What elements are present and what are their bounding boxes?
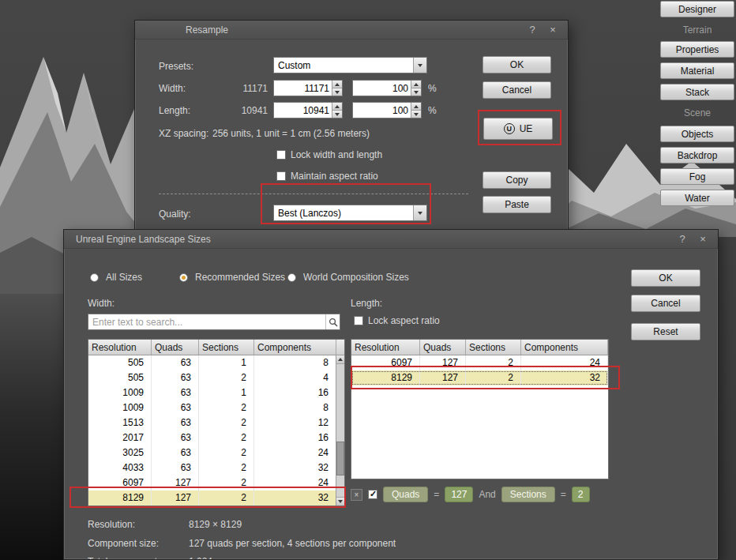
- spinner-arrows[interactable]: [411, 103, 421, 118]
- lock-aspect-ratio-checkbox[interactable]: [354, 316, 363, 325]
- column-header[interactable]: Sections: [466, 340, 521, 355]
- help-icon[interactable]: ?: [522, 24, 543, 36]
- maintain-aspect-checkbox[interactable]: [276, 171, 286, 181]
- reset-button[interactable]: Reset: [631, 323, 700, 340]
- ok-button[interactable]: OK: [483, 56, 551, 73]
- scrollbar-up-icon[interactable]: [336, 355, 344, 364]
- table-row[interactable]: 5056318: [88, 355, 344, 370]
- column-header[interactable]: Resolution: [351, 340, 420, 355]
- filter-value-chip[interactable]: 2: [572, 487, 590, 502]
- landscape-dialog-titlebar[interactable]: Unreal Engine Landscape Sizes ? ×: [64, 230, 718, 249]
- spinner-down-icon[interactable]: [411, 110, 421, 118]
- spinner-up-icon[interactable]: [332, 103, 342, 110]
- table-row[interactable]: 302563224: [88, 445, 344, 460]
- spinner-up-icon[interactable]: [411, 81, 421, 88]
- table-row[interactable]: 5056324: [88, 370, 344, 385]
- clear-filter-button[interactable]: ×: [351, 489, 362, 501]
- table-cell: 16: [254, 430, 336, 445]
- spinner-arrows[interactable]: [411, 81, 421, 96]
- table-cell: 63: [152, 355, 199, 370]
- filter-enabled-checkbox[interactable]: [368, 490, 377, 499]
- spinner-down-icon[interactable]: [332, 88, 342, 96]
- table-cell: 1009: [88, 385, 152, 400]
- table-row[interactable]: 6097127224: [88, 475, 344, 490]
- search-icon[interactable]: [325, 314, 340, 329]
- lock-aspect-ratio-label: Lock aspect ratio: [368, 315, 440, 327]
- table-row[interactable]: 100963116: [88, 385, 344, 400]
- width-sizes-table: Resolution Quads Sections Components 505…: [88, 339, 345, 506]
- table-header: Resolution Quads Sections Components: [88, 340, 344, 355]
- search-input[interactable]: [88, 317, 325, 328]
- column-header[interactable]: Components: [521, 340, 608, 355]
- table-cell: 8129: [351, 370, 420, 385]
- table-cell: 4033: [88, 460, 152, 475]
- scrollbar-thumb[interactable]: [336, 442, 344, 475]
- sidebar-button-water[interactable]: Water: [660, 190, 734, 206]
- filter-field-chip[interactable]: Sections: [501, 487, 555, 502]
- chevron-down-icon[interactable]: [413, 205, 426, 220]
- chevron-down-icon[interactable]: [413, 58, 426, 73]
- table-cell: 1: [199, 385, 254, 400]
- table-row[interactable]: 8129127232: [351, 370, 608, 385]
- sidebar-button-backdrop[interactable]: Backdrop: [660, 147, 734, 163]
- sidebar-button-designer[interactable]: Designer: [660, 1, 734, 17]
- paste-button[interactable]: Paste: [483, 196, 551, 213]
- table-row[interactable]: 151363212: [88, 415, 344, 430]
- column-header[interactable]: Quads: [420, 340, 466, 355]
- column-header[interactable]: Components: [254, 340, 336, 355]
- lock-width-length-checkbox[interactable]: [276, 150, 286, 160]
- sidebar-button-stack[interactable]: Stack: [660, 84, 734, 100]
- total-components-label: Total components:: [88, 556, 164, 560]
- sidebar-button-properties[interactable]: Properties: [660, 41, 734, 58]
- radio-button[interactable]: [179, 273, 188, 282]
- radio-world-composition-sizes[interactable]: World Composition Sizes: [287, 272, 409, 283]
- scrollbar-down-icon[interactable]: [336, 497, 344, 506]
- total-components-value: 1,024: [189, 556, 212, 560]
- sidebar-button-fog[interactable]: Fog: [660, 168, 734, 185]
- spinner-arrows[interactable]: [332, 81, 342, 96]
- radio-recommended-sizes[interactable]: Recommended Sizes: [179, 272, 285, 283]
- radio-button[interactable]: [90, 273, 99, 282]
- table-row[interactable]: 6097127224: [351, 355, 608, 370]
- sidebar-button-objects[interactable]: Objects: [660, 126, 734, 142]
- table-row[interactable]: 10096328: [88, 400, 344, 415]
- cancel-button[interactable]: Cancel: [483, 81, 551, 99]
- ok-button[interactable]: OK: [631, 269, 700, 287]
- column-header[interactable]: Quads: [152, 340, 199, 355]
- table-cell: 63: [152, 400, 199, 415]
- width-percent-input[interactable]: [353, 81, 411, 96]
- table-row[interactable]: 201763216: [88, 430, 344, 445]
- cancel-button[interactable]: Cancel: [631, 295, 700, 312]
- table-row[interactable]: 8129127232: [88, 490, 344, 506]
- resample-dialog-titlebar[interactable]: Resample ? ×: [135, 21, 568, 39]
- length-percent-input[interactable]: [353, 103, 411, 118]
- width-percent-spinbox: [352, 80, 422, 96]
- ue-export-button[interactable]: U UE: [483, 118, 553, 140]
- copy-button[interactable]: Copy: [483, 171, 551, 189]
- maintain-aspect-label: Maintain aspect ratio: [291, 171, 378, 182]
- table-cell: 3025: [88, 445, 152, 460]
- sidebar-button-material[interactable]: Material: [660, 62, 734, 79]
- spinner-up-icon[interactable]: [332, 81, 342, 88]
- table-cell: 127: [420, 355, 466, 370]
- spinner-arrows[interactable]: [332, 103, 342, 118]
- table-body: 60971272248129127232: [351, 355, 608, 479]
- presets-combobox[interactable]: Custom: [273, 57, 427, 73]
- spinner-down-icon[interactable]: [411, 88, 421, 96]
- filter-value-chip[interactable]: 127: [445, 487, 473, 502]
- table-row[interactable]: 403363232: [88, 460, 344, 475]
- column-header[interactable]: Resolution: [88, 340, 152, 355]
- radio-button[interactable]: [287, 273, 296, 282]
- width-units-input[interactable]: [274, 81, 332, 96]
- close-icon[interactable]: ×: [693, 233, 713, 245]
- filter-field-chip[interactable]: Quads: [383, 487, 428, 502]
- spinner-down-icon[interactable]: [332, 110, 342, 118]
- column-header[interactable]: Sections: [199, 340, 254, 355]
- quality-combobox[interactable]: Best (Lanczos): [273, 205, 427, 221]
- length-units-input[interactable]: [274, 103, 332, 118]
- scrollbar[interactable]: [336, 355, 344, 506]
- close-icon[interactable]: ×: [543, 24, 563, 36]
- radio-all-sizes[interactable]: All Sizes: [90, 272, 142, 283]
- help-icon[interactable]: ?: [672, 233, 693, 245]
- spinner-up-icon[interactable]: [411, 103, 421, 110]
